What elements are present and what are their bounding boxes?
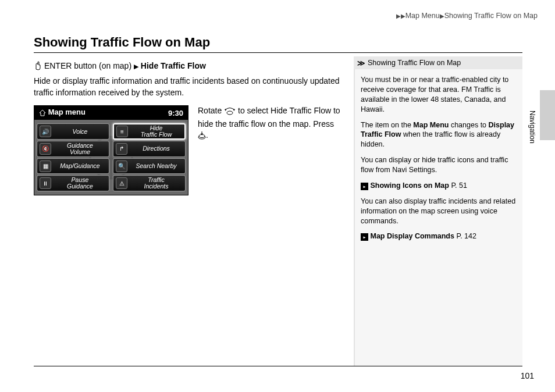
menu-pause-guidance[interactable]: ⏸PauseGuidance	[37, 175, 109, 191]
map-icon: ▦	[40, 161, 51, 172]
arrow-icon: ▶▶	[396, 13, 405, 19]
search-icon: 🔍	[116, 161, 127, 172]
breadcrumb-part1: Map Menu	[405, 12, 440, 20]
cross-reference: ▸ Map Display Commands P. 142	[361, 231, 517, 241]
cross-reference: ▸ Showing Icons on Map P. 51	[361, 181, 517, 191]
instruction-target: Hide Traffic Flow	[271, 106, 331, 115]
ref-icon: ▸	[361, 183, 368, 190]
path-target: Hide Traffic Flow	[141, 61, 206, 70]
description: Hide or display traffic information and …	[34, 76, 342, 98]
traffic-icon: ≡	[116, 126, 128, 137]
menu-guidance-volume[interactable]: 🔇GuidanceVolume	[37, 141, 109, 157]
sidebar-para: You can also display traffic incidents a…	[361, 197, 517, 226]
speaker-icon: 🔊	[40, 126, 51, 137]
screen-title: Map menu	[48, 108, 86, 116]
chevron-icon: ≫	[357, 59, 365, 67]
sidebar-para: You can display or hide traffic icons an…	[361, 155, 517, 175]
arrow-icon: ▶	[440, 13, 444, 19]
page-number: 101	[521, 371, 534, 380]
press-button-icon	[198, 131, 206, 143]
menu-label: Search Nearby	[130, 163, 183, 169]
sidebar-para: You must be in or near a traffic-enabled…	[361, 75, 517, 115]
menu-hide-traffic-flow[interactable]: ≡HideTraffic Flow	[113, 123, 186, 140]
svg-point-6	[199, 135, 205, 138]
ref-icon: ▸	[361, 233, 368, 241]
home-icon	[39, 109, 46, 118]
instruction-text: Rotate to select Hide Traffic Flow to hi…	[198, 105, 342, 143]
rotate-dial-icon	[224, 107, 236, 119]
arrow-icon: ▶	[134, 63, 138, 70]
menu-directions[interactable]: ↱Directions	[113, 141, 186, 157]
pause-icon: ⏸	[40, 177, 51, 189]
sidebar-header: ≫Showing Traffic Flow on Map	[354, 56, 522, 69]
footer-rule	[34, 366, 522, 366]
menu-traffic-incidents[interactable]: ⚠TrafficIncidents	[113, 175, 186, 191]
menu-label: HideTraffic Flow	[130, 125, 182, 138]
warning-icon: ⚠	[116, 177, 127, 189]
svg-point-4	[227, 111, 233, 115]
menu-voice[interactable]: 🔊Voice	[37, 123, 109, 140]
menu-label: PauseGuidance	[54, 177, 106, 190]
menu-label: TrafficIncidents	[130, 177, 183, 190]
volume-icon: 🔇	[40, 143, 51, 155]
device-screenshot: Map menu 9:30 🔊Voice ≡HideTraffic Flow	[34, 105, 188, 195]
menu-label: Voice	[54, 129, 106, 135]
menu-search-nearby[interactable]: 🔍Search Nearby	[113, 158, 186, 174]
menu-label: GuidanceVolume	[54, 142, 106, 155]
nav-path: ENTER button (on map) ▶ Hide Traffic Flo…	[34, 61, 342, 72]
side-tab	[540, 90, 555, 140]
menu-map-guidance[interactable]: ▦Map/Guidance	[37, 158, 109, 174]
breadcrumb-part2: Showing Traffic Flow on Map	[444, 12, 538, 20]
directions-icon: ↱	[116, 143, 127, 155]
menu-label: Map/Guidance	[54, 163, 106, 169]
sidebar-title: Showing Traffic Flow on Map	[368, 59, 461, 67]
breadcrumb: ▶▶Map Menu▶Showing Traffic Flow on Map	[396, 12, 538, 20]
path-text: ENTER button (on map)	[42, 61, 134, 70]
menu-label: Directions	[130, 145, 183, 152]
screen-header: Map menu 9:30	[34, 106, 188, 120]
page-title: Showing Traffic Flow on Map	[34, 35, 522, 53]
side-section-label: Navigation	[528, 111, 536, 144]
sidebar-para: The item on the Map Menu changes to Disp…	[361, 120, 517, 150]
screen-clock: 9:30	[168, 109, 183, 117]
hand-icon	[34, 61, 42, 72]
sidebar-body: You must be in or near a traffic-enabled…	[354, 69, 522, 366]
